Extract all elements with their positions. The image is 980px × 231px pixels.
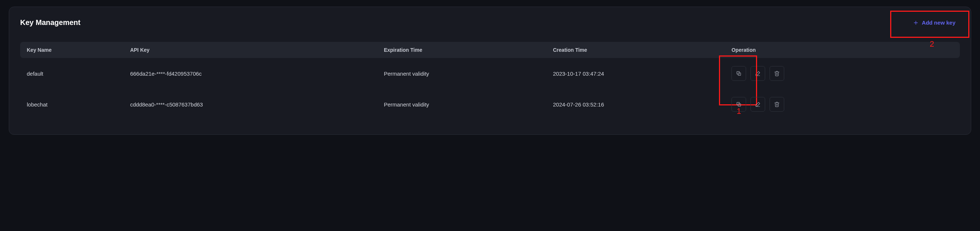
copy-icon [736,71,742,76]
trash-icon [774,71,780,76]
cell-api-key: 666da21e-****-fd420953706c [124,58,377,89]
delete-key-button[interactable] [770,66,784,81]
cell-expiration: Permanent validity [377,58,546,89]
col-header-operation: Operation [725,42,960,58]
add-new-key-label: Add new key [922,19,955,26]
trash-icon [774,101,780,107]
cell-key-name: default [20,58,124,89]
table-header-row: Key Name API Key Expiration Time Creatio… [20,42,960,58]
copy-key-button[interactable] [732,97,746,112]
panel-header: Key Management Add new key [20,16,960,29]
delete-key-button[interactable] [770,97,784,112]
edit-key-button[interactable] [751,97,765,112]
copy-key-button[interactable] [732,66,746,81]
col-header-api: API Key [124,42,377,58]
table-row: default 666da21e-****-fd420953706c Perma… [20,58,960,89]
cell-operations: 1 [725,58,960,89]
cell-creation: 2024-07-26 03:52:16 [546,89,725,120]
cell-api-key: cddd8ea0-****-c5087637bd63 [124,89,377,120]
col-header-expiration: Expiration Time [377,42,546,58]
edit-icon [755,71,761,76]
col-header-name: Key Name [20,42,124,58]
keys-table: Key Name API Key Expiration Time Creatio… [20,42,960,120]
col-header-creation: Creation Time [546,42,725,58]
add-new-key-button[interactable]: Add new key [908,16,960,29]
plus-icon [913,20,919,26]
cell-expiration: Permanent validity [377,89,546,120]
table-row: lobechat cddd8ea0-****-c5087637bd63 Perm… [20,89,960,120]
edit-key-button[interactable] [751,66,765,81]
cell-creation: 2023-10-17 03:47:24 [546,58,725,89]
key-management-panel: Key Management Add new key 2 Key Name AP… [9,6,971,135]
edit-icon [755,101,761,107]
cell-key-name: lobechat [20,89,124,120]
cell-operations [725,89,960,120]
copy-icon [736,101,742,107]
panel-title: Key Management [20,18,81,27]
